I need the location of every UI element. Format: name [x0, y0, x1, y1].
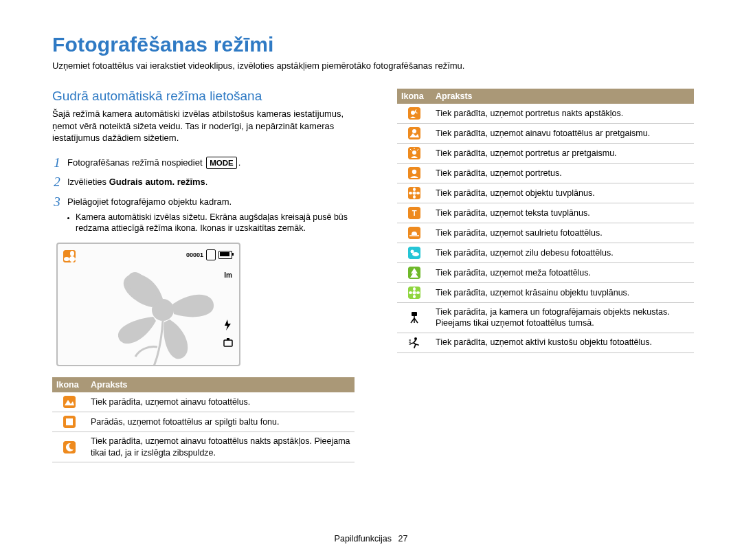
step-1-pre: Fotografēšanas režīmā nospiediet	[67, 157, 203, 168]
white-icon	[52, 412, 87, 432]
icon-desc: Tiek parādīta, uzņemot ainavu fotoattēlu…	[431, 124, 694, 144]
svg-point-4	[64, 257, 69, 261]
sd-card-icon	[206, 249, 216, 260]
step-body: Fotografēšanas režīmā nospiediet MODE.	[67, 155, 240, 169]
table-row: Tiek parādīta, uzņemot krāsainu objektu …	[397, 283, 694, 303]
icon-desc: Tiek parādīta, uzņemot saulrietu fotoatt…	[431, 223, 694, 243]
macro-mode-icon	[63, 249, 76, 262]
icon-desc: Tiek parādīta, uzņemot ainavu fotoattēlu…	[87, 432, 355, 462]
svg-point-15	[411, 111, 415, 115]
section-desc: Šajā režīmā kamera automātiski izvēlas a…	[52, 108, 355, 144]
step-number: 1	[52, 155, 62, 170]
table-row: Tiek parādīta, uzņemot zilu debesu fotoa…	[397, 243, 694, 263]
step-1-post: .	[238, 157, 241, 168]
night-landscape-icon	[52, 432, 87, 462]
icon-desc: Tiek parādīta, uzņemot teksta tuvplānus.	[431, 203, 694, 223]
svg-point-44	[413, 295, 416, 298]
blue-sky-icon	[397, 243, 431, 263]
steps-list: 1 Fotografēšanas režīmā nospiediet MODE.…	[52, 155, 355, 235]
step-3: 3 Pielāgojiet fotografējamo objektu kadr…	[52, 194, 355, 234]
svg-point-29	[409, 192, 412, 194]
table-row: Tiek parādīta, uzņemot meža fotoattēlus.	[397, 263, 694, 283]
svg-point-19	[412, 150, 416, 155]
step-2: 2 Izvēlieties Gudrais autom. režīms.	[52, 175, 355, 190]
th-desc: Apraksts	[431, 89, 694, 104]
macro-icon	[397, 183, 431, 203]
step-3-text: Pielāgojiet fotografējamo objektu kadram…	[67, 197, 232, 207]
svg-point-42	[413, 291, 416, 295]
svg-text:T: T	[412, 209, 417, 217]
table-row: Tiek parādīta, uzņemot aktīvi kustošu ob…	[397, 333, 694, 352]
step-2-post: .	[205, 177, 208, 187]
svg-point-2	[70, 251, 74, 256]
flower-illustration	[95, 265, 229, 366]
page-intro: Uzņemiet fotoattēlus vai ierakstiet vide…	[52, 60, 694, 71]
step-body: Pielāgojiet fotografējamo objektu kadram…	[67, 194, 355, 234]
table-row: Tiek parādīta, uzņemot ainavu fotoattēlu…	[52, 392, 355, 412]
table-row: Tiek parādīta, uzņemot ainavu fotoattēlu…	[52, 432, 355, 462]
svg-point-26	[413, 192, 416, 195]
page-number: 27	[398, 534, 407, 544]
icon-desc: Tiek parādīta, uzņemot zilu debesu fotoa…	[431, 243, 694, 263]
icon-desc: Tiek parādīta, uzņemot objektu tuvplānus…	[431, 183, 694, 203]
icon-desc: Tiek parādīta, uzņemot portretus ar pret…	[431, 144, 694, 164]
page-footer: Papildfunkcijas 27	[0, 534, 742, 544]
step-number: 2	[52, 175, 62, 190]
step-2-pre: Izvēlieties	[67, 177, 109, 187]
th-icon: Ikona	[397, 89, 431, 104]
step-body: Izvēlieties Gudrais autom. režīms.	[67, 175, 207, 188]
svg-point-27	[413, 188, 416, 191]
table-row: Tiek parādīta, ja kamera un fotografējam…	[397, 303, 694, 333]
svg-point-45	[409, 291, 412, 294]
mode-button-label: MODE	[206, 157, 237, 169]
forest-icon	[397, 263, 431, 283]
section-subtitle: Gudrā automātiskā režīma lietošana	[52, 89, 355, 104]
night-portrait-icon	[397, 104, 431, 124]
camera-screenshot: 00001 Im	[56, 243, 240, 366]
table-row: Tiek parādīta, uzņemot portretus.	[397, 164, 694, 183]
icon-desc: Tiek parādīta, uzņemot aktīvi kustošu ob…	[431, 333, 694, 352]
icon-desc: Tiek parādīta, ja kamera un fotografējam…	[431, 303, 694, 333]
svg-point-43	[413, 287, 416, 291]
icon-desc: Tiek parādīta, uzņemot portretus nakts a…	[431, 104, 694, 124]
icon-table-right: Ikona Apraksts Tiek parādīta, uzņemot po…	[397, 89, 694, 353]
svg-point-1	[69, 256, 75, 262]
icon-desc: Parādās, uzņemot fotoattēlus ar spilgti …	[87, 412, 355, 432]
page-title: Fotografēšanas režīmi	[52, 33, 694, 56]
step-3-bullet: Kamera automātiski izvēlas sižetu. Ekrān…	[76, 212, 355, 235]
backlight-landscape-icon	[397, 124, 431, 144]
svg-point-39	[412, 252, 419, 256]
step-2-bold: Gudrais autom. režīms	[109, 177, 205, 187]
icon-desc: Tiek parādīta, uzņemot krāsainu objektu …	[431, 283, 694, 303]
backlight-portrait-icon	[397, 144, 431, 164]
step-1: 1 Fotografēšanas režīmā nospiediet MODE.	[52, 155, 355, 170]
table-row: Tiek parādīta, uzņemot portretus nakts a…	[397, 104, 694, 124]
table-row: Tiek parādīta, uzņemot objektu tuvplānus…	[397, 183, 694, 203]
svg-point-17	[412, 129, 416, 133]
table-row: Tiek parādīta, uzņemot ainavu fotoattēlu…	[397, 124, 694, 144]
svg-point-28	[413, 195, 416, 199]
icon-desc: Tiek parādīta, uzņemot ainavu fotoattēlu…	[87, 392, 355, 412]
macro-text-icon: T	[397, 203, 431, 223]
table-row: Tiek parādīta, uzņemot saulrietu fotoatt…	[397, 223, 694, 243]
table-row: Parādās, uzņemot fotoattēlus ar spilgti …	[52, 412, 355, 432]
table-row: TTiek parādīta, uzņemot teksta tuvplānus…	[397, 203, 694, 223]
table-row: Tiek parādīta, uzņemot portretus ar pret…	[397, 144, 694, 164]
sunset-icon	[397, 223, 431, 243]
macro-color-icon	[397, 283, 431, 303]
svg-point-30	[416, 192, 420, 194]
th-desc: Apraksts	[87, 377, 355, 392]
shot-counter: 00001	[186, 251, 203, 258]
battery-icon	[218, 251, 232, 259]
tripod-icon	[397, 303, 431, 333]
svg-rect-47	[412, 312, 417, 316]
icon-table-left: Ikona Apraksts Tiek parādīta, uzņemot ai…	[52, 377, 355, 462]
svg-point-24	[412, 170, 416, 174]
action-icon	[397, 333, 431, 352]
icon-desc: Tiek parādīta, uzņemot meža fotoattēlus.	[431, 263, 694, 283]
footer-label: Papildfunkcijas	[335, 534, 392, 544]
step-number: 3	[52, 194, 62, 210]
th-icon: Ikona	[52, 377, 87, 392]
icon-desc: Tiek parādīta, uzņemot portretus.	[431, 164, 694, 183]
svg-point-46	[416, 291, 420, 294]
